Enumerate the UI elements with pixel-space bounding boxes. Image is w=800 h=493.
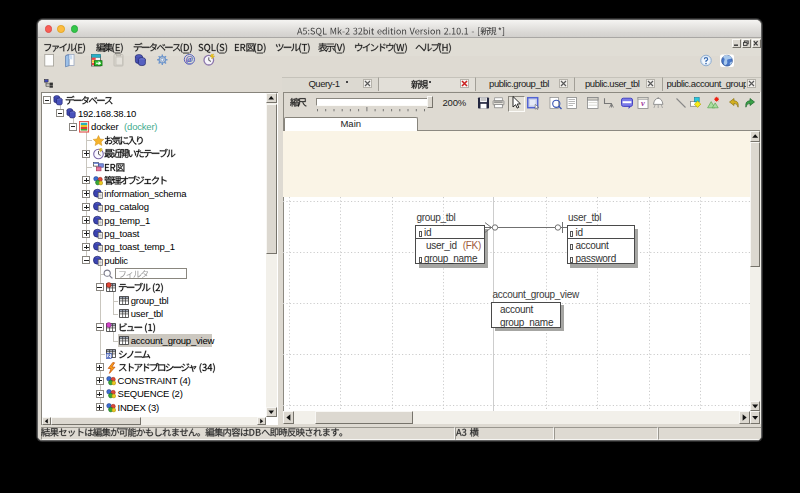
- svg-text:v: v: [641, 98, 645, 108]
